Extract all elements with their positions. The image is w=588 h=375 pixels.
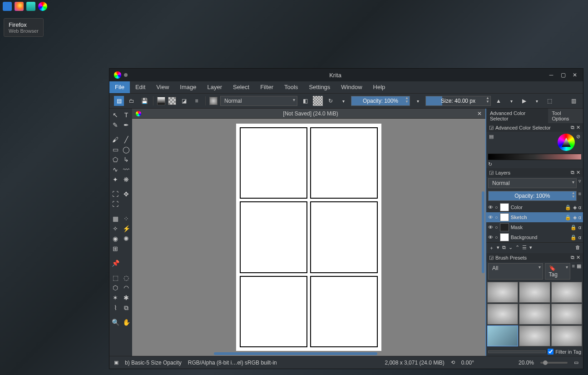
visibility-icon[interactable]: 👁 xyxy=(488,215,493,220)
wrap-icon[interactable]: ⬚ xyxy=(544,96,554,106)
menu-select[interactable]: Select xyxy=(227,81,255,93)
fg-bg-swap-icon[interactable]: ◪ xyxy=(179,96,189,106)
fill-tool-icon[interactable]: ▦ xyxy=(110,214,120,223)
brush-preset[interactable] xyxy=(551,282,582,303)
chevron-down-icon[interactable]: ▾ xyxy=(413,96,423,106)
smart-fill-tool-icon[interactable]: ⚡ xyxy=(121,224,131,233)
layer-row[interactable]: 👁○ Mask 🔒α xyxy=(486,222,583,232)
layer-name[interactable]: Color xyxy=(511,205,563,210)
alpha2-icon[interactable]: α xyxy=(578,205,581,210)
tab-color-selector[interactable]: Advanced Color Selector xyxy=(486,109,548,123)
brush-preset[interactable] xyxy=(487,304,518,325)
size-slider[interactable]: Size: 40.00 px▲▼ xyxy=(425,96,491,106)
transform-tool-icon[interactable]: ⛶ xyxy=(110,190,120,199)
freehand-path-tool-icon[interactable]: 〰 xyxy=(121,165,131,174)
multibrush-tool-icon[interactable]: ❋ xyxy=(121,175,131,184)
config-icon[interactable]: ▤ xyxy=(489,134,494,140)
freehand-select-tool-icon[interactable]: ◠ xyxy=(121,283,131,292)
document-tab[interactable]: [Not Saved] (24.0 MiB) ✕ xyxy=(132,109,485,119)
menu-settings[interactable]: Settings xyxy=(303,81,336,93)
refresh-icon[interactable]: ↻ xyxy=(488,161,492,167)
workspace-icon[interactable]: ▥ xyxy=(568,96,578,106)
pattern-swatch[interactable] xyxy=(168,97,176,105)
visibility-icon[interactable]: 👁 xyxy=(488,225,493,230)
properties-icon[interactable]: ☰ xyxy=(522,245,527,251)
tab-tool-options[interactable]: Tool Options xyxy=(548,109,583,123)
move-down-icon[interactable]: ⌄ xyxy=(509,245,513,251)
scrollbar-horizontal[interactable] xyxy=(214,352,377,355)
menu-view[interactable]: View xyxy=(151,81,174,93)
text-tool-icon[interactable]: T xyxy=(121,110,131,120)
brush-filter-combo[interactable]: All xyxy=(488,263,543,280)
chevron-down-icon[interactable]: ▾ xyxy=(529,245,532,251)
alpha-icon[interactable]: ◈ xyxy=(573,215,577,220)
alpha2-icon[interactable]: α xyxy=(578,235,581,240)
visibility-icon[interactable]: 👁 xyxy=(488,235,493,240)
zoom-tool-icon[interactable]: 🔍 xyxy=(110,318,120,327)
contiguous-select-tool-icon[interactable]: ✶ xyxy=(110,293,120,302)
canvas-viewport[interactable] xyxy=(132,119,485,356)
undock-icon[interactable]: ◲ xyxy=(489,125,494,130)
list-view-icon[interactable]: ≡ xyxy=(572,263,575,280)
delete-layer-icon[interactable]: 🗑 xyxy=(575,245,580,251)
reload-preset-icon[interactable]: ↻ xyxy=(326,96,336,106)
canvas-document[interactable] xyxy=(236,124,381,351)
pan-tool-icon[interactable]: ✋ xyxy=(121,318,131,327)
canvas-map-icon[interactable]: ▭ xyxy=(574,360,578,365)
taskbar-icon-files[interactable] xyxy=(26,2,35,11)
close-icon[interactable]: ✕ xyxy=(576,170,580,175)
filter-icon[interactable]: ▿ xyxy=(578,178,581,188)
tab-close-icon[interactable]: ✕ xyxy=(477,110,482,117)
undock-icon[interactable]: ◲ xyxy=(489,255,494,260)
eraser-icon[interactable]: ◧ xyxy=(300,96,310,106)
menu-help[interactable]: Help xyxy=(368,81,391,93)
close-icon[interactable]: ✕ xyxy=(576,255,580,260)
alpha2-icon[interactable]: α xyxy=(578,225,581,230)
lock-icon[interactable]: 🔒 xyxy=(570,235,577,240)
pin-tool-icon[interactable]: 📌 xyxy=(110,259,120,268)
layer-row[interactable]: 👁○ Sketch 🔒◈α xyxy=(486,212,583,222)
color-selector-panel[interactable]: ▤ ⊘ ↻ xyxy=(486,132,583,168)
layer-name[interactable]: Sketch xyxy=(511,215,563,220)
ellipse-select-tool-icon[interactable]: ◌ xyxy=(121,273,131,282)
bezier-tool-icon[interactable]: ∿ xyxy=(110,165,120,174)
taskbar-icon-krita[interactable] xyxy=(38,2,47,11)
layer-row[interactable]: 👁○ Color 🔒◈α xyxy=(486,202,583,212)
alpha-icon[interactable]: ◈ xyxy=(573,205,577,210)
gradient-bar[interactable] xyxy=(488,154,581,160)
add-layer-icon[interactable]: ＋ xyxy=(489,245,494,251)
menu-layer[interactable]: Layer xyxy=(202,81,227,93)
color-wheel[interactable] xyxy=(558,134,575,151)
ellipse-tool-icon[interactable]: ◯ xyxy=(121,145,131,154)
line-tool-icon[interactable]: ╱ xyxy=(121,135,131,144)
assistant-tool-icon[interactable]: ◉ xyxy=(110,234,120,243)
grid-view-icon[interactable]: ▦ xyxy=(577,263,581,280)
rotation-reset-icon[interactable]: ⟲ xyxy=(451,360,455,365)
layer-opacity-slider[interactable]: Opacity: 100%▲▼ xyxy=(488,191,577,201)
layer-name[interactable]: Background xyxy=(511,235,568,240)
move-layer-tool-icon[interactable]: ✥ xyxy=(121,190,131,199)
layer-blend-combo[interactable]: Normal xyxy=(488,178,577,188)
blend-mode-combo[interactable]: Normal xyxy=(220,96,297,106)
polyline-tool-icon[interactable]: ↳ xyxy=(121,155,131,164)
similar-select-tool-icon[interactable]: ✱ xyxy=(121,293,131,302)
mirror-h-icon[interactable]: ▲ xyxy=(494,96,504,106)
save-file-icon[interactable]: 💾 xyxy=(139,96,149,106)
close-button[interactable]: ✕ xyxy=(571,71,578,79)
float-icon[interactable]: ⧉ xyxy=(571,125,574,130)
polygon-tool-icon[interactable]: ⬠ xyxy=(110,155,120,164)
brush-settings-icon[interactable]: ≡ xyxy=(192,96,202,106)
close-icon[interactable]: ✕ xyxy=(576,125,580,130)
smart-patch-tool-icon[interactable]: ✧ xyxy=(110,224,120,233)
menu-file[interactable]: File xyxy=(109,81,130,93)
crop-tool-icon[interactable]: ⛶ xyxy=(110,200,120,209)
zoom-slider[interactable] xyxy=(540,362,568,364)
float-icon[interactable]: ⧉ xyxy=(571,255,574,260)
chevron-down-icon[interactable]: ▾ xyxy=(532,96,542,106)
menu-window[interactable]: Window xyxy=(336,81,367,93)
gradient-swatch[interactable] xyxy=(157,97,165,105)
menu-edit[interactable]: Edit xyxy=(130,81,151,93)
opacity-slider[interactable]: Opacity: 100%▲▼ xyxy=(351,96,410,106)
menu-image[interactable]: Image xyxy=(174,81,202,93)
lock-icon[interactable]: 🔒 xyxy=(570,225,577,230)
